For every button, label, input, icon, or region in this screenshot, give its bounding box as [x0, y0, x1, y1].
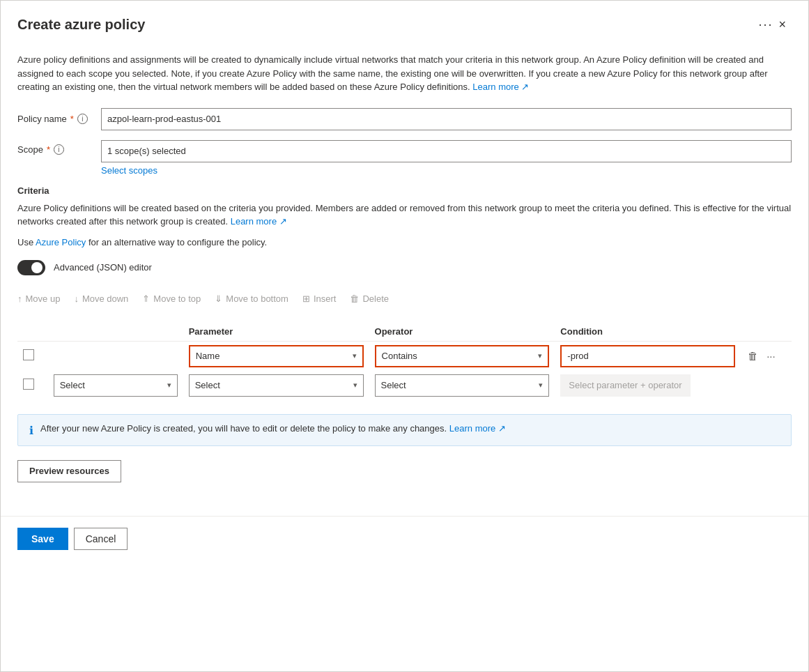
row1-delete-button[interactable]: 🗑	[746, 349, 760, 363]
col-parameter-header: Parameter	[183, 322, 369, 342]
insert-icon: ⊞	[302, 293, 310, 304]
scope-input[interactable]	[101, 140, 792, 162]
row1-condition-cell	[555, 341, 741, 371]
row2-operator-cell: Select ▾	[369, 371, 555, 400]
description-block: Azure policy definitions and assignments…	[17, 53, 792, 94]
col-condition-header: Condition	[555, 322, 741, 342]
col-actions-header	[741, 322, 792, 342]
row2-select-param-operator-button[interactable]: Select parameter + operator	[560, 374, 690, 397]
row2-parameter-dropdown[interactable]: Select ▾	[189, 374, 364, 397]
move-to-bottom-icon: ⇓	[215, 293, 222, 304]
row2-empty-chevron: ▾	[167, 381, 171, 390]
dialog-footer: Save Cancel	[1, 516, 808, 561]
move-to-bottom-button[interactable]: ⇓ Move to bottom	[215, 293, 288, 304]
scope-row: Scope * i Select scopes	[17, 140, 792, 176]
scope-label: Scope * i	[17, 140, 101, 155]
row2-parameter-chevron: ▾	[353, 381, 357, 390]
col-operator-header: Operator	[369, 322, 555, 342]
move-down-icon: ↓	[74, 293, 79, 304]
delete-icon: 🗑	[350, 293, 359, 304]
advanced-editor-toggle-row: Advanced (JSON) editor	[17, 260, 792, 275]
criteria-learn-more-link[interactable]: Learn more ↗	[231, 216, 287, 227]
azure-policy-link[interactable]: Azure Policy	[36, 237, 88, 247]
close-button[interactable]: ×	[773, 15, 792, 35]
info-banner-learn-more-link[interactable]: Learn more ↗	[449, 423, 506, 434]
table-row: Select ▾ Select ▾ Select ▾	[17, 371, 792, 400]
azure-policy-line: Use Azure Policy for an alternative way …	[17, 237, 792, 247]
policy-name-info-icon[interactable]: i	[77, 114, 88, 124]
delete-button[interactable]: 🗑 Delete	[350, 293, 389, 304]
criteria-toolbar: ↑ Move up ↓ Move down ⇑ Move to top ⇓ Mo…	[17, 288, 792, 310]
row1-parameter-dropdown[interactable]: Name ▾	[189, 345, 364, 367]
criteria-table: Parameter Operator Condition Name	[17, 322, 792, 400]
criteria-section-title: Criteria	[17, 185, 792, 196]
policy-name-required: *	[70, 114, 74, 124]
row1-parameter-chevron: ▾	[353, 351, 357, 360]
policy-name-row: Policy name * i	[17, 108, 792, 130]
row1-condition-input[interactable]	[560, 345, 735, 367]
row1-checkbox-cell	[17, 341, 48, 371]
row2-empty-dropdown[interactable]: Select ▾	[54, 374, 178, 397]
info-banner-icon: ℹ	[29, 424, 33, 437]
move-up-icon: ↑	[17, 293, 22, 304]
move-down-button[interactable]: ↓ Move down	[74, 293, 128, 304]
scope-info-icon[interactable]: i	[54, 144, 64, 155]
info-banner-text: After your new Azure Policy is created, …	[40, 423, 506, 434]
move-to-top-icon: ⇑	[142, 293, 150, 304]
insert-button[interactable]: ⊞ Insert	[302, 293, 337, 304]
toggle-label: Advanced (JSON) editor	[54, 262, 152, 273]
row2-operator-chevron: ▾	[539, 381, 543, 390]
cancel-button[interactable]: Cancel	[74, 528, 128, 550]
row1-operator-dropdown[interactable]: Contains ▾	[375, 345, 550, 367]
description-text: Azure policy definitions and assignments…	[17, 54, 768, 92]
row2-empty-placeholder: Select	[60, 380, 85, 390]
description-learn-more-link[interactable]: Learn more ↗	[472, 82, 529, 92]
scope-required: *	[47, 144, 50, 155]
move-up-button[interactable]: ↑ Move up	[17, 293, 60, 304]
table-header-row: Parameter Operator Condition	[17, 322, 792, 342]
info-banner: ℹ After your new Azure Policy is created…	[17, 414, 792, 446]
row2-parameter-cell: Select ▾	[183, 371, 369, 400]
row2-checkbox-cell	[17, 371, 48, 400]
row1-empty-cell	[48, 341, 183, 371]
select-scopes-link[interactable]: Select scopes	[101, 165, 792, 176]
advanced-json-toggle[interactable]	[17, 260, 45, 275]
row2-operator-placeholder: Select	[381, 380, 406, 390]
row1-operator-chevron: ▾	[538, 351, 542, 360]
table-row: Name ▾ Contains ▾	[17, 341, 792, 371]
dialog-menu-icon[interactable]: ···	[758, 17, 773, 32]
row1-operator-cell: Contains ▾	[369, 341, 555, 371]
row2-parameter-placeholder: Select	[195, 380, 220, 390]
create-azure-policy-dialog: Create azure policy ··· × Azure policy d…	[0, 0, 809, 672]
row2-condition-cell: Select parameter + operator	[555, 371, 741, 400]
criteria-description: Azure Policy definitions will be created…	[17, 201, 792, 229]
row2-operator-dropdown[interactable]: Select ▾	[375, 374, 550, 397]
save-button[interactable]: Save	[17, 528, 68, 550]
toggle-knob	[31, 262, 43, 273]
col-empty-header	[48, 322, 183, 342]
policy-name-label: Policy name * i	[17, 114, 101, 124]
row1-actions: 🗑 ···	[746, 349, 786, 363]
row1-actions-cell: 🗑 ···	[741, 341, 792, 371]
row1-parameter-value: Name	[196, 351, 220, 361]
policy-name-input[interactable]	[101, 108, 792, 130]
row2-actions-cell	[741, 371, 792, 400]
preview-resources-button[interactable]: Preview resources	[17, 460, 121, 482]
row1-operator-value: Contains	[382, 351, 417, 361]
row1-checkbox[interactable]	[23, 349, 34, 360]
col-check-header	[17, 322, 48, 342]
row1-more-button[interactable]: ···	[765, 349, 777, 363]
row2-empty-cell: Select ▾	[48, 371, 183, 400]
dialog-title: Create azure policy	[17, 17, 750, 33]
row1-parameter-cell: Name ▾	[183, 341, 369, 371]
move-to-top-button[interactable]: ⇑ Move to top	[142, 293, 201, 304]
dialog-body: Azure policy definitions and assignments…	[1, 53, 808, 516]
dialog-header: Create azure policy ··· ×	[1, 1, 808, 42]
row2-checkbox[interactable]	[23, 379, 34, 390]
scope-container: Select scopes	[101, 140, 792, 176]
